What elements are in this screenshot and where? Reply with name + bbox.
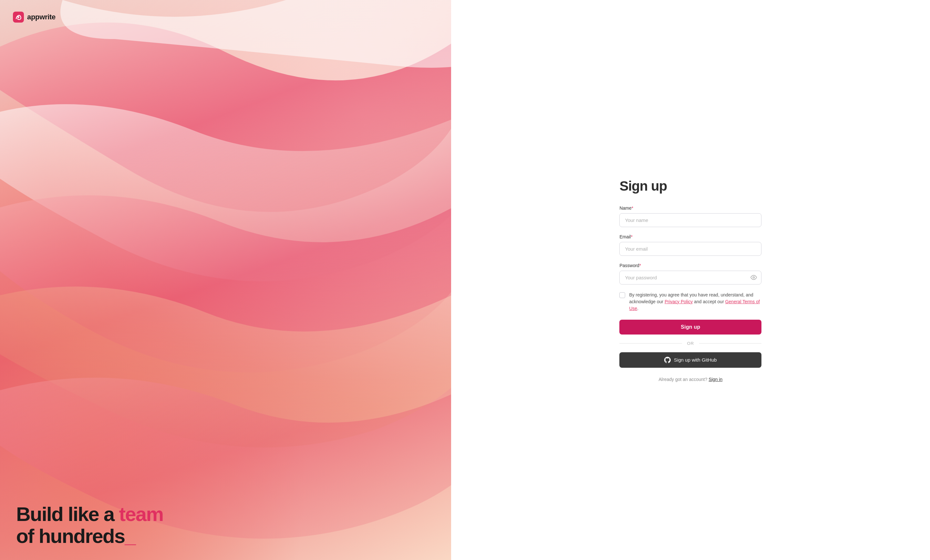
- email-required-star: *: [631, 234, 632, 239]
- name-label: Name*: [619, 206, 761, 211]
- terms-checkbox-group: By registering, you agree that you have …: [619, 292, 761, 312]
- name-input[interactable]: [619, 213, 761, 227]
- appwrite-logo-icon: [13, 12, 24, 23]
- password-input[interactable]: [619, 271, 761, 284]
- name-required-star: *: [631, 206, 633, 211]
- or-text: OR: [687, 341, 694, 346]
- name-field-group: Name*: [619, 206, 761, 227]
- github-button-label: Sign up with GitHub: [674, 357, 717, 362]
- password-wrapper: [619, 271, 761, 284]
- checkbox-and-text: and accept our: [693, 299, 725, 304]
- signup-button[interactable]: Sign up: [619, 320, 761, 334]
- tagline-highlight: team: [119, 503, 163, 525]
- tagline-part1: Build like a: [16, 503, 119, 525]
- password-label: Password*: [619, 263, 761, 268]
- tagline-area: Build like a team of hundreds_: [0, 490, 451, 560]
- password-visibility-toggle[interactable]: [750, 274, 757, 281]
- tagline: Build like a team of hundreds_: [16, 503, 435, 547]
- email-input[interactable]: [619, 242, 761, 256]
- github-icon: [664, 357, 671, 363]
- terms-checkbox[interactable]: [619, 292, 625, 298]
- tagline-cursor: _: [125, 525, 135, 547]
- logo-area: appwrite: [0, 0, 451, 34]
- password-field-group: Password*: [619, 263, 761, 284]
- right-panel: Sign up Name* Email* Password*: [451, 0, 930, 560]
- tagline-part2: of hundreds: [16, 525, 125, 547]
- signin-link-area: Already got an account? Sign in: [619, 377, 761, 382]
- logo-text: appwrite: [27, 13, 55, 21]
- left-panel: appwrite Build like a team of hundreds_: [0, 0, 451, 560]
- signup-form-container: Sign up Name* Email* Password*: [613, 166, 768, 395]
- or-divider: OR: [619, 341, 761, 346]
- privacy-policy-link[interactable]: Privacy Policy: [665, 299, 693, 304]
- email-field-group: Email*: [619, 234, 761, 256]
- terms-label: By registering, you agree that you have …: [629, 292, 761, 312]
- github-signup-button[interactable]: Sign up with GitHub: [619, 352, 761, 368]
- already-text: Already got an account?: [659, 377, 708, 382]
- svg-point-3: [753, 277, 754, 278]
- svg-point-2: [17, 16, 19, 18]
- signin-link[interactable]: Sign in: [708, 377, 722, 382]
- form-title: Sign up: [619, 178, 761, 194]
- password-required-star: *: [639, 263, 641, 268]
- ribbon-decoration: [0, 0, 451, 560]
- email-label: Email*: [619, 234, 761, 239]
